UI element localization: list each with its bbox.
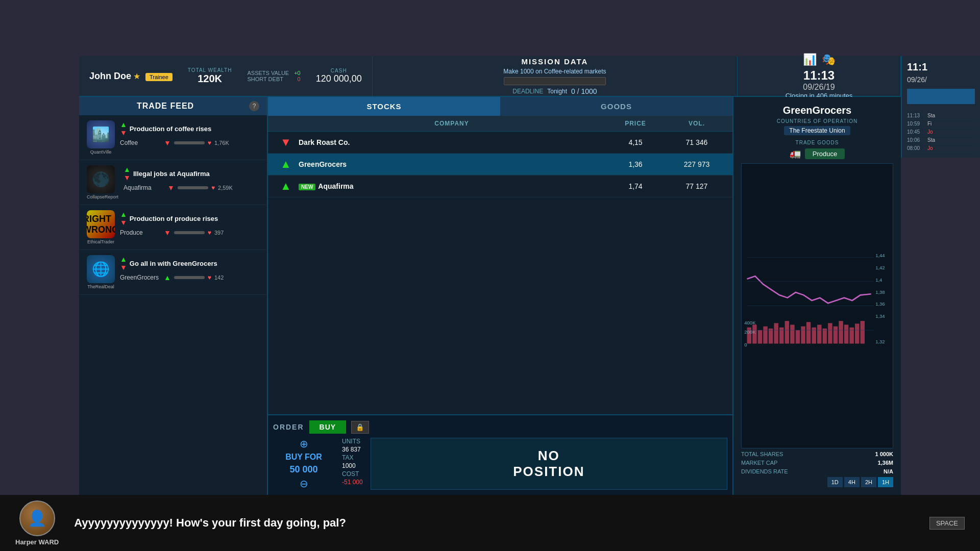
increment-button[interactable]: ⊕ (300, 438, 308, 450)
header-row: John Doe ★ Trainee TOTAL WEALTH 120K ASS… (79, 56, 901, 97)
th-company: COMPANY (299, 120, 605, 127)
mask-icon: 🎭 (822, 53, 836, 66)
svg-text:1,32: 1,32 (875, 339, 885, 345)
content-area: TRADE FEED ? 🏙️ QuantVille ▲ ▼ (79, 97, 901, 495)
feed-likes-1: 2,59K (218, 185, 233, 191)
feed-item-ethical[interactable]: RIGHTWRONG EthicalTrader ▲ ▼ Production … (79, 205, 267, 250)
row-name-2: NEWAquafirma (299, 182, 605, 190)
svg-rect-14 (823, 329, 827, 344)
feed-likes-3: 142 (214, 274, 224, 281)
mission-deadline: DEADLINE Tonight 0 / 1000 (512, 87, 597, 95)
svg-rect-15 (828, 323, 832, 343)
lock-button[interactable]: 🔒 (351, 421, 369, 434)
svg-text:1,42: 1,42 (875, 265, 885, 270)
time-btn-4h[interactable]: 4H (844, 477, 860, 487)
time-btn-1d[interactable]: 1D (827, 477, 843, 487)
cash-section: CASH 120 000,00 (316, 68, 362, 84)
feed-bar-0 (174, 141, 205, 144)
time-period-buttons: 1D 4H 2H 1H (741, 477, 893, 487)
order-body: ⊕ BUY FOR 50 000 ⊖ UNITS 36 837 TAX (273, 438, 727, 490)
assets-label: ASSETS VALUE (247, 70, 289, 76)
stock-trend-icon-2: ▼ (164, 229, 171, 237)
clock-section: 📊 🎭 11:13 09/26/19 Closing in 406 minute… (738, 56, 901, 96)
feed-item-realdeal[interactable]: 🌐 TheRealDeal ▲ ▼ Go all in with GreenGr… (79, 250, 267, 295)
buy-for-label: BUY FOR (285, 453, 322, 462)
decrement-button[interactable]: ⊖ (300, 478, 308, 490)
deadline-label: DEADLINE (512, 88, 543, 95)
feed-avatar-ethical: RIGHTWRONG (87, 210, 115, 238)
row-price-0: 4,15 (605, 138, 666, 146)
cash-label: CASH (331, 68, 347, 73)
arrow-down-icon-3: ▼ (120, 263, 127, 271)
svg-text:0: 0 (744, 342, 747, 347)
debt-label: SHORT DEBT (247, 76, 283, 82)
feed-arrows-3: ▲ ▼ (120, 255, 127, 271)
feed-stock-row-2: Produce ▼ ♥ 397 (120, 229, 259, 237)
svg-rect-6 (779, 328, 783, 344)
heart-icon-1: ♥ (211, 184, 215, 191)
feed-content-2: ▲ ▼ Production of produce rises Produce … (120, 210, 259, 237)
feed-item-quantville[interactable]: 🏙️ QuantVille ▲ ▼ Production of coffee r… (79, 115, 267, 160)
feed-avatar-collapse: 🌑 (87, 165, 115, 193)
new-badge: NEW (299, 184, 315, 190)
right-clock-time: 11:1 (907, 61, 975, 73)
clock-date: 09/26/19 (803, 83, 835, 92)
arrow-up-icon: ▲ (120, 120, 127, 129)
table-row-1[interactable]: ▲ GreenGrocers 1,36 227 973 (268, 154, 732, 176)
no-position-box: NOPOSITION (371, 438, 727, 490)
space-button[interactable]: SPACE (929, 517, 965, 530)
tax-value-row: 1000 (342, 462, 363, 469)
wealth-section: TOTAL WEALTH 120K (188, 67, 232, 85)
units-row: UNITS (342, 438, 363, 445)
goods-tab[interactable]: GOODS (500, 97, 732, 116)
total-wealth-value: 120K (198, 73, 222, 85)
feed-content-1: ▲ ▼ Illegal jobs at Aquafirma Aquafirma … (124, 165, 259, 192)
feed-source-0: QuantVille (87, 149, 115, 155)
market-cap-label: MARKET CAP (741, 460, 816, 466)
chat-message: Ayyyyyyyyyyyyyy! How's your first day go… (74, 516, 914, 530)
log-entry-3: 10:06 Sta (907, 136, 975, 144)
help-icon[interactable]: ? (249, 101, 259, 111)
arrow-down-icon-2: ▼ (120, 218, 127, 227)
row-trend-icon-2: ▲ (273, 180, 299, 193)
debt-row: SHORT DEBT 0 (247, 76, 300, 82)
units-value: 36 837 (342, 446, 361, 453)
feed-avatar-real: 🌐 (87, 255, 115, 283)
buy-for-amount: 50 000 (289, 464, 317, 475)
feed-stock-name-1: Aquafirma (124, 184, 164, 191)
svg-rect-13 (817, 325, 821, 344)
cost-row: COST (342, 470, 363, 478)
chart-icon: 📊 (803, 53, 817, 66)
country-tag-container: The Freestate Union (741, 124, 893, 137)
time-btn-1h[interactable]: 1H (878, 477, 893, 487)
trade-goods-label: TRADE GOODS (741, 140, 893, 145)
arrow-down-icon: ▼ (120, 129, 127, 137)
right-clock-date: 09/26/ (907, 76, 975, 84)
right-active-bar (907, 89, 975, 104)
table-row-0[interactable]: ▼ Dark Roast Co. 4,15 71 346 (268, 132, 732, 154)
feed-stock-name-3: GreenGrocers (120, 274, 161, 281)
feed-stock-row-1: Aquafirma ▼ ♥ 2,59K (124, 184, 259, 192)
feed-arrows-1: ▲ ▼ (124, 165, 131, 182)
feed-stock-name-2: Produce (120, 229, 161, 236)
assets-value: +0 (294, 70, 301, 76)
svg-rect-11 (806, 322, 811, 343)
table-header: COMPANY PRICE VOL. (268, 116, 732, 132)
feed-item-collapse[interactable]: 🌑 CollapseReport ▲ ▼ Illegal jobs at Aqu… (79, 160, 267, 205)
market-cap-value: 1,36M (819, 460, 894, 466)
dividends-label: DIVIDENDS RATE (741, 468, 816, 474)
stocks-tab[interactable]: STOCKS (268, 97, 500, 116)
table-row-2[interactable]: ▲ NEWAquafirma 1,74 77 127 (268, 176, 732, 197)
time-btn-2h[interactable]: 2H (861, 477, 876, 487)
log-entry-1: 10:59 Fi (907, 120, 975, 128)
row-vol-1: 227 973 (666, 160, 727, 168)
player-name: John Doe (89, 71, 131, 81)
stock-trend-icon-0: ▼ (164, 139, 171, 147)
assets-debt-section: ASSETS VALUE +0 SHORT DEBT 0 (247, 70, 300, 82)
feed-bar-1 (178, 186, 208, 189)
mission-progress-bar (504, 77, 606, 85)
buy-button[interactable]: BUY (309, 420, 347, 434)
order-header: ORDER BUY 🔒 (273, 420, 727, 434)
center-panel: STOCKS GOODS COMPANY PRICE VOL. ▼ Dark R… (268, 97, 732, 495)
no-position-text: NOPOSITION (513, 448, 584, 480)
